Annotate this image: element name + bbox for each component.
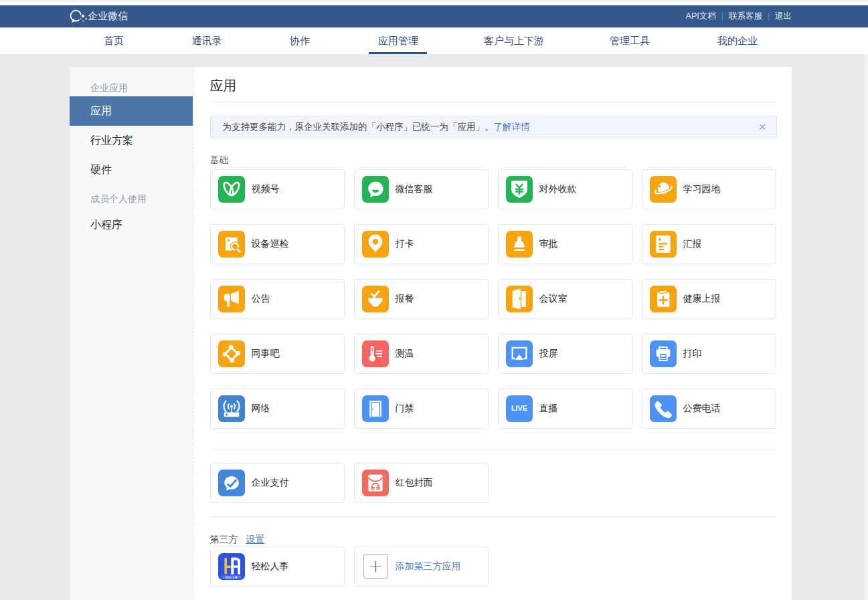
svg-text:LIVE: LIVE	[511, 404, 527, 412]
svg-text:轻松人事: 轻松人事	[225, 575, 238, 579]
